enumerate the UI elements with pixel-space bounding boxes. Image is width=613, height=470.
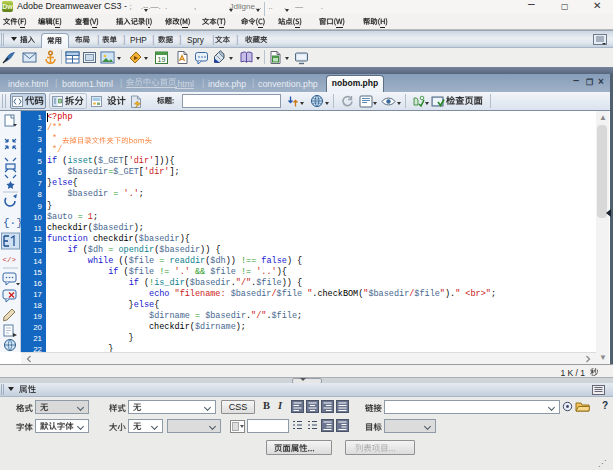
svg-text:{·}: {·} xyxy=(3,217,21,229)
svg-text:19: 19 xyxy=(158,56,166,63)
svg-text:</>: </> xyxy=(3,256,17,264)
